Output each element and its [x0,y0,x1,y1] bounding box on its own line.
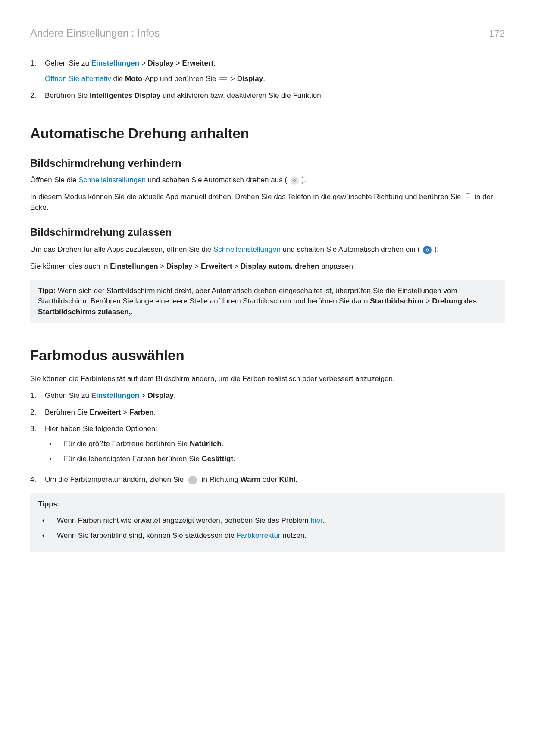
breadcrumb: Andere Einstellungen : Infos [30,26,160,41]
list-item: Wenn Sie farbenblind sind, können Sie st… [38,531,497,541]
text: -App und berühren Sie [142,75,218,83]
auto-rotate-off-icon [290,176,299,185]
options-list: Für die größte Farbtreue berühren Sie Na… [45,439,505,464]
list-item: Für die größte Farbtreue berühren Sie Na… [45,439,505,450]
text: und aktivieren bzw. deaktivieren Sie die… [160,91,323,100]
paragraph: Sie können die Farbintensität auf dem Bi… [30,374,505,384]
svg-rect-1 [466,194,469,198]
bold-erweitert: Erweitert [182,59,213,67]
paragraph: Um das Drehen für alle Apps zuzulassen, … [30,244,505,255]
text: . [154,408,156,416]
svg-rect-0 [293,179,296,182]
text: . [233,455,235,463]
text: nutzen. [281,531,307,540]
bold: Startbildschirm [370,297,424,305]
tip-label: Tipp: [38,287,58,295]
text: . [213,59,216,67]
step-number: 3. [30,424,45,469]
list-item: Wenn Farben nicht wie erwartet angezeigt… [38,515,497,526]
page-number: 172 [489,27,505,41]
step-content: Gehen Sie zu Einstellungen > Display > E… [45,58,505,84]
text: . [263,75,265,83]
text: ). [302,176,306,184]
page-header: Andere Einstellungen : Infos 172 [30,26,505,41]
text: in Richtung [202,475,241,484]
text: > [232,262,241,270]
bold-display: Display [148,59,174,67]
intro-steps: 1. Gehen Sie zu Einstellungen > Display … [30,58,505,101]
text: Wenn Sie farbenblind sind, können Sie st… [57,531,236,540]
text: > [231,75,237,83]
text: Sie können dies auch in [30,262,110,270]
bold: Kühl [279,475,296,484]
step-content: Um die Farbtemperatur ändern, ziehen Sie… [45,475,505,485]
text: und schalten Sie Automatisch drehen ein … [281,245,420,253]
subheading-verhindern: Bildschirmdrehung verhindern [30,156,505,171]
text: Gehen Sie zu [45,59,91,67]
link-farbkorrektur[interactable]: Farbkorrektur [236,531,280,540]
link-einstellungen[interactable]: Einstellungen [91,391,139,400]
text: Gehen Sie zu [45,391,91,400]
auto-rotate-on-icon [423,246,432,254]
divider [30,110,505,110]
step-number: 2. [30,91,45,101]
text: > [139,391,147,400]
text: Hier haben Sie folgende Optionen: [45,424,505,434]
text: oder [260,475,279,484]
bold: Display [166,262,192,270]
text: > [174,59,182,67]
menu-icon [219,76,227,82]
bold-moto: Moto [125,75,143,83]
text: Um das Drehen für alle Apps zuzulassen, … [30,245,213,253]
text: ). [435,245,439,253]
text: Wenn Farben nicht wie erwartet angezeigt… [57,516,310,525]
text: . [174,391,176,400]
text: Öffnen Sie die [30,176,78,184]
link-schnelleinstellungen[interactable]: Schnelleinstellungen [213,245,281,253]
bold: Warm [240,475,260,484]
list-item: Für die lebendigsten Farben berühren Sie… [45,454,505,465]
bold: Gesättigt [201,455,233,463]
step-content: Berühren Sie Intelligentes Display und a… [45,91,505,101]
text: . [295,475,297,484]
paragraph: In diesem Modus können Sie die aktuelle … [30,192,505,213]
link-einstellungen[interactable]: Einstellungen [91,59,139,67]
subheading-zulassen: Bildschirmdrehung zulassen [30,225,505,240]
text: anpassen. [319,262,355,270]
text: Für die größte Farbtreue berühren Sie [64,440,190,448]
text: In diesem Modus können Sie die aktuelle … [30,193,463,201]
text: . [322,516,325,525]
tips-box: Tipps: Wenn Farben nicht wie erwartet an… [30,493,505,552]
text: Für die lebendigsten Farben berühren Sie [64,455,201,463]
bold-display: Display [237,75,263,83]
svg-rect-2 [425,248,429,251]
tips-list: Wenn Farben nicht wie erwartet angezeigt… [38,515,497,541]
link-alternativ[interactable]: Öffnen Sie alternativ [45,75,111,83]
text: Berühren Sie [45,91,90,100]
bold: Farben [129,408,154,416]
tips-label: Tipps: [38,500,60,508]
bold: Display autom. drehen [241,262,319,270]
link-hier[interactable]: hier [310,516,322,525]
farbmodus-steps: 1. Gehen Sie zu Einstellungen > Display.… [30,390,505,485]
link-schnelleinstellungen[interactable]: Schnelleinstellungen [78,176,146,184]
bold-intelligentes-display: Intelligentes Display [90,91,160,100]
step-content: Berühren Sie Erweitert > Farben. [45,407,505,418]
bold: Einstellungen [110,262,158,270]
text: > [193,262,201,270]
rotate-corner-icon [464,192,471,203]
text: Um die Farbtemperatur ändern, ziehen Sie [45,475,186,484]
step-content: Gehen Sie zu Einstellungen > Display. [45,390,505,401]
text: . [222,440,224,448]
bold: Display [148,391,174,400]
paragraph: Öffnen Sie die Schnelleinstellungen und … [30,175,505,186]
text: > [424,297,432,305]
heading-auto-drehung: Automatische Drehung anhalten [30,123,505,144]
step-number: 1. [30,58,45,84]
text: Berühren Sie [45,408,90,416]
bold: Erweitert [201,262,232,270]
text: > [121,408,129,416]
text: > [139,59,147,67]
slider-handle-icon [188,476,197,484]
step-number: 2. [30,407,45,418]
